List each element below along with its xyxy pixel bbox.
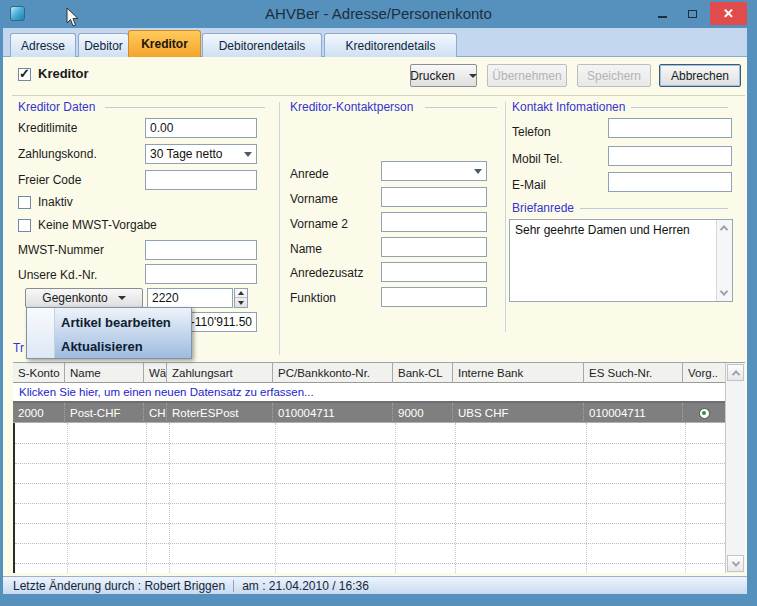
briefanrede-textarea[interactable]: Sehr geehrte Damen und Herren: [509, 219, 733, 302]
column-header-s-konto[interactable]: S-Konto: [13, 363, 65, 383]
vorname-input[interactable]: [381, 187, 487, 207]
spinner-up-icon[interactable]: [235, 289, 247, 298]
funktion-input[interactable]: [381, 287, 487, 307]
briefanrede-text: Sehr geehrte Damen und Herren: [515, 223, 690, 237]
status-timestamp: am : 21.04.2010 / 16:36: [242, 579, 369, 593]
column-header-pc-bankkonto[interactable]: PC/Bankkonto-Nr.: [273, 363, 393, 383]
group-kontakt-info: Kontakt Infomationen: [512, 100, 631, 114]
abbrechen-button[interactable]: Abbrechen: [659, 64, 741, 87]
column-header-zahlungsart[interactable]: Zahlungsart: [167, 363, 273, 383]
kreditor-checkbox-label: Kreditor: [38, 66, 89, 81]
inaktiv-checkbox[interactable]: [18, 195, 31, 213]
grid-scroll-down-icon[interactable]: [727, 555, 744, 572]
telefon-input[interactable]: [608, 118, 732, 138]
empty-grid-area[interactable]: [13, 423, 725, 573]
mwst-nummer-label: MWST-Nummer: [18, 243, 104, 257]
status-bar: Letzte Änderung durch : Robert Briggen a…: [3, 576, 747, 594]
unsere-kd-input[interactable]: [145, 264, 257, 284]
inaktiv-label: Inaktiv: [38, 195, 73, 209]
gegenkonto-button[interactable]: Gegenkonto: [25, 288, 143, 308]
freier-code-label: Freier Code: [18, 173, 81, 187]
minimize-icon: [658, 16, 667, 18]
anrede-label: Anrede: [290, 167, 329, 181]
menu-item-artikel-bearbeiten[interactable]: Artikel bearbeiten: [61, 315, 171, 330]
mobil-label: Mobil Tel.: [512, 152, 562, 166]
column-header-bank-cl[interactable]: Bank-CL: [393, 363, 453, 383]
group-kreditor-daten: Kreditor Daten: [18, 100, 101, 114]
new-record-row[interactable]: Klicken Sie hier, um einen neuen Datensa…: [13, 383, 725, 403]
unsere-kd-label: Unsere Kd.-Nr.: [18, 268, 97, 282]
gegenkonto-input[interactable]: [147, 288, 233, 308]
anrede-select[interactable]: [381, 161, 487, 181]
window-title: AHVBer - Adresse/Personenkonto: [0, 5, 757, 22]
grid-scrollbar[interactable]: [725, 363, 745, 573]
telefon-label: Telefon: [512, 125, 551, 139]
toolbar-separator: [12, 95, 745, 96]
column-header-es-such-nr[interactable]: ES Such-Nr.: [584, 363, 683, 383]
title-bar[interactable]: AHVBer - Adresse/Personenkonto ✕: [0, 0, 757, 28]
close-button[interactable]: ✕: [710, 2, 747, 25]
column-separator-2: [505, 102, 506, 332]
zahlungskond-select[interactable]: 30 Tage netto: [145, 144, 257, 164]
anredezusatz-label: Anredezusatz: [290, 266, 363, 280]
kreditlimite-label: Kreditlimite: [18, 121, 77, 135]
funktion-label: Funktion: [290, 291, 336, 305]
drucken-dropdown-icon: [469, 74, 477, 78]
scroll-up-icon[interactable]: [717, 221, 731, 235]
tab-kreditor[interactable]: Kreditor: [128, 30, 201, 57]
email-input[interactable]: [608, 172, 732, 192]
tab-debitor[interactable]: Debitor: [78, 33, 129, 57]
gegenkonto-dropdown-icon: [118, 296, 126, 300]
mobil-input[interactable]: [608, 146, 732, 166]
chevron-down-icon: [474, 169, 482, 174]
drucken-button[interactable]: Drucken: [410, 64, 477, 87]
maximize-button[interactable]: [678, 4, 706, 23]
vorgabe-radio-icon: [699, 408, 710, 419]
gegenkonto-spinner[interactable]: [234, 288, 248, 308]
minimize-button[interactable]: [648, 4, 676, 23]
tab-kreditorendetails[interactable]: Kreditorendetails: [324, 33, 457, 57]
spinner-down-icon[interactable]: [235, 298, 247, 307]
grid-header: S-Konto Name Wä.. Zahlungsart PC/Bankkon…: [13, 363, 725, 383]
column-header-waehrung[interactable]: Wä..: [144, 363, 167, 383]
kreditor-checkbox[interactable]: [18, 67, 31, 85]
tab-strip: Adresse Debitor Kreditor Debitorendetail…: [3, 28, 747, 57]
vorname-label: Vorname: [290, 192, 338, 206]
tab-adresse[interactable]: Adresse: [10, 33, 76, 57]
vorname2-input[interactable]: [381, 212, 487, 232]
freier-code-input[interactable]: [145, 170, 257, 190]
truncated-group-label: Tr: [13, 341, 24, 355]
grid-scroll-up-icon[interactable]: [727, 364, 744, 381]
keine-mwst-checkbox[interactable]: [18, 218, 31, 236]
group-kontaktperson: Kreditor-Kontaktperson: [290, 100, 419, 114]
menu-item-aktualisieren[interactable]: Aktualisieren: [61, 339, 143, 354]
name-label: Name: [290, 242, 322, 256]
maximize-icon: [688, 10, 697, 18]
selected-table-row[interactable]: 2000 Post-CHF CHF RoterESPost 010004711 …: [13, 403, 725, 423]
zahlungskond-label: Zahlungskond.: [18, 147, 97, 161]
column-header-interne-bank[interactable]: Interne Bank: [453, 363, 584, 383]
mouse-cursor-icon: [66, 7, 80, 28]
speichern-button[interactable]: Speichern: [577, 64, 651, 87]
column-header-name[interactable]: Name: [65, 363, 144, 383]
uebernehmen-button[interactable]: Übernehmen: [487, 64, 567, 87]
anredezusatz-input[interactable]: [381, 262, 487, 282]
context-menu-icon-gutter: [27, 308, 55, 358]
vorname2-label: Vorname 2: [290, 217, 348, 231]
close-icon: ✕: [723, 6, 734, 21]
app-window: AHVBer - Adresse/Personenkonto ✕ Adresse…: [0, 0, 757, 606]
status-last-change: Letzte Änderung durch : Robert Briggen: [3, 579, 225, 593]
chevron-down-icon: [244, 152, 252, 157]
kreditor-checkbox-box[interactable]: [18, 68, 31, 81]
name-input[interactable]: [381, 237, 487, 257]
keine-mwst-label: Keine MWST-Vorgabe: [38, 218, 157, 232]
scroll-down-icon[interactable]: [717, 286, 731, 300]
kreditlimite-input[interactable]: [145, 118, 257, 138]
group-briefanrede: Briefanrede: [512, 201, 580, 215]
column-header-vorg[interactable]: Vorg..: [683, 363, 725, 383]
briefanrede-scrollbar[interactable]: [716, 220, 732, 301]
email-label: E-Mail: [512, 178, 546, 192]
bank-accounts-grid: S-Konto Name Wä.. Zahlungsart PC/Bankkon…: [13, 362, 745, 572]
tab-debitorendetails[interactable]: Debitorendetails: [202, 33, 322, 57]
mwst-nummer-input[interactable]: [145, 240, 257, 260]
